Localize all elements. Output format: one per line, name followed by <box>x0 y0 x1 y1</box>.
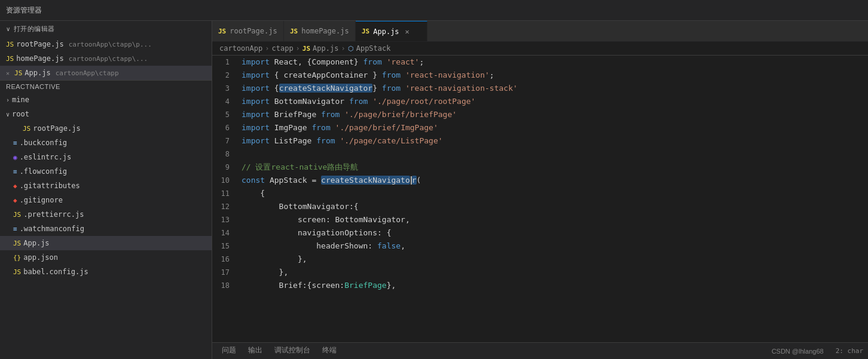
git-icon: ◆ <box>13 197 17 204</box>
file-name: rootPage.js <box>33 124 80 133</box>
open-editor-homePage[interactable]: JS homePage.js cartoonApp\ctapp\... <box>0 51 212 66</box>
open-editors-header[interactable]: ∨ 打开的编辑器 <box>0 21 212 37</box>
code-line-17: 17 }, <box>212 266 868 279</box>
code-editor[interactable]: 1 import React, {Component} from 'react'… <box>212 56 868 342</box>
line-info: 2: char <box>836 347 863 355</box>
open-editor-path: cartoonApp\ctapp <box>56 69 119 77</box>
line-number: 9 <box>212 161 239 174</box>
tree-label: REACTNACTIVE <box>6 83 60 90</box>
code-line-1: 1 import React, {Component} from 'react'… <box>212 56 868 69</box>
code-content: BottomNavigator:{ <box>239 200 868 213</box>
file-name: .prettierrc.js <box>23 210 84 219</box>
breadcrumb-sep: › <box>341 44 345 53</box>
file-buckconfig[interactable]: ≡ .buckconfig <box>0 136 212 150</box>
folder-name: mine <box>12 96 29 104</box>
folder-root[interactable]: ∨ root <box>0 107 212 121</box>
code-content: // 设置react-native路由导航 <box>239 161 868 174</box>
open-editor-appjs[interactable]: ✕ JS App.js cartoonApp\ctapp <box>0 66 212 80</box>
js-file-icon: JS <box>302 45 310 53</box>
breadcrumb-appjs[interactable]: App.js <box>313 44 338 53</box>
js-icon: JS <box>218 27 226 35</box>
bottom-tab-output[interactable]: 输出 <box>243 343 267 359</box>
line-number: 7 <box>212 134 239 148</box>
open-editor-name: homePage.js <box>16 54 63 63</box>
code-content: }, <box>239 266 868 279</box>
top-bar-title: 资源管理器 <box>0 5 48 16</box>
open-editors-label: 打开的编辑器 <box>14 24 55 33</box>
file-name: .buckconfig <box>20 139 67 147</box>
sidebar: ∨ 打开的编辑器 JS rootPage.js cartoonApp\ctapp… <box>0 21 212 359</box>
code-content: screen: BottomNavigator, <box>239 213 868 226</box>
bottom-tab-terminal[interactable]: 终端 <box>317 343 341 359</box>
code-line-7: 7 import ListPage from './page/cate/List… <box>212 134 868 148</box>
code-content: import BottomNavigator from './page/root… <box>239 95 868 108</box>
tab-label: homePage.js <box>301 27 349 35</box>
folder-chevron: ∨ <box>6 111 10 118</box>
line-number: 18 <box>212 279 239 292</box>
code-line-9: 9 // 设置react-native路由导航 <box>212 161 868 174</box>
tab-appjs[interactable]: JS App.js ✕ <box>356 21 427 41</box>
editor-area: JS rootPage.js JS homePage.js JS App.js … <box>212 21 868 359</box>
tab-rootPage[interactable]: JS rootPage.js <box>212 21 284 41</box>
code-content <box>239 148 868 161</box>
file-flowconfig[interactable]: ≡ .flowconfig <box>0 164 212 179</box>
js-icon: JS <box>23 125 30 133</box>
code-content: import React, {Component} from 'react'; <box>239 56 868 69</box>
folder-mine[interactable]: › mine <box>0 93 212 107</box>
symbol-icon: ⬡ <box>348 45 354 53</box>
bottom-tab-problems[interactable]: 问题 <box>217 343 241 359</box>
file-name: .gitattributes <box>20 182 80 190</box>
code-content: }, <box>239 253 868 266</box>
line-number: 4 <box>212 95 239 108</box>
tree-section-header[interactable]: REACTNACTIVE <box>0 80 212 93</box>
tab-homePage[interactable]: JS homePage.js <box>284 21 356 41</box>
open-editor-name: App.js <box>25 69 50 77</box>
file-name: .flowconfig <box>20 167 67 176</box>
file-name: app.json <box>23 253 58 262</box>
top-bar: 资源管理器 <box>0 0 868 21</box>
file-prettierrc[interactable]: JS .prettierrc.js <box>0 207 212 222</box>
line-number: 8 <box>212 148 239 161</box>
code-line-10: 10 const AppStack = createStackNavigator… <box>212 174 868 187</box>
code-content: import ImgPage from './page/brief/ImgPag… <box>239 121 868 134</box>
line-number: 10 <box>212 174 239 187</box>
js-icon: JS <box>6 41 14 48</box>
open-editor-rootPage[interactable]: JS rootPage.js cartoonApp\ctapp\p... <box>0 37 212 51</box>
line-number: 5 <box>212 108 239 121</box>
code-line-14: 14 navigationOptions: { <box>212 226 868 240</box>
breadcrumb-ctapp[interactable]: ctapp <box>271 44 293 53</box>
file-babelconfig[interactable]: JS babel.config.js <box>0 265 212 279</box>
file-name: .eslintrc.js <box>20 153 72 161</box>
config-icon: ≡ <box>13 225 17 233</box>
breadcrumb-cartoonApp[interactable]: cartoonApp <box>219 44 262 53</box>
code-content: navigationOptions: { <box>239 226 868 240</box>
file-rootPage[interactable]: JS rootPage.js <box>0 121 212 136</box>
bottom-tab-debug[interactable]: 调试控制台 <box>270 343 315 359</box>
breadcrumb-symbol[interactable]: AppStack <box>356 44 391 53</box>
code-content: Brief:{screen:BriefPage}, <box>239 279 868 292</box>
tab-close-icon[interactable]: ✕ <box>405 27 409 36</box>
line-number: 16 <box>212 253 239 266</box>
file-watchmanconfig[interactable]: ≡ .watchmanconfig <box>0 222 212 236</box>
code-line-16: 16 }, <box>212 253 868 266</box>
file-appjson[interactable]: {} app.json <box>0 250 212 265</box>
js-icon: JS <box>13 240 21 247</box>
main-area: ∨ 打开的编辑器 JS rootPage.js cartoonApp\ctapp… <box>0 21 868 359</box>
file-gitignore[interactable]: ◆ .gitignore <box>0 193 212 207</box>
line-number: 15 <box>212 240 239 253</box>
code-line-3: 3 import {createStackNavigator} from 're… <box>212 82 868 95</box>
breadcrumb-sep: › <box>265 44 269 53</box>
file-gitattributes[interactable]: ◆ .gitattributes <box>0 179 212 193</box>
code-line-15: 15 headerShown: false, <box>212 240 868 253</box>
file-name: babel.config.js <box>23 268 88 276</box>
folder-name: root <box>12 110 29 118</box>
line-number: 17 <box>212 266 239 279</box>
js-icon: JS <box>362 27 369 35</box>
tab-bar: JS rootPage.js JS homePage.js JS App.js … <box>212 21 868 42</box>
line-number: 6 <box>212 121 239 134</box>
tab-label: App.js <box>373 27 399 36</box>
close-icon[interactable]: ✕ <box>6 70 10 76</box>
file-eslintrc[interactable]: ◉ .eslintrc.js <box>0 150 212 164</box>
js-icon: JS <box>6 55 14 63</box>
file-appjs[interactable]: JS App.js <box>0 236 212 250</box>
